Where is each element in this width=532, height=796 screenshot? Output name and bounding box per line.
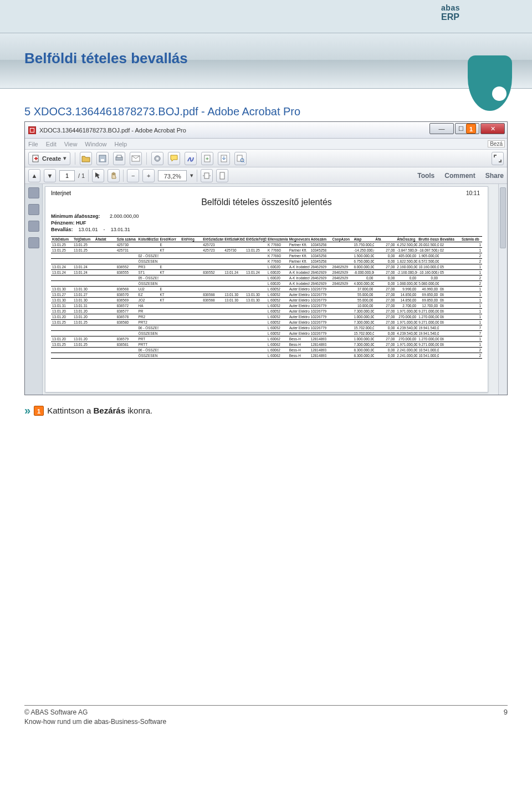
menubar: File Edit View Window Help Bezá: [25, 139, 507, 150]
table-row: 13.01.2013.01.20836577PRL 60052Auter Ele…: [51, 309, 482, 314]
zoom-display[interactable]: 73,2%: [158, 170, 187, 181]
page-extract-icon[interactable]: [218, 152, 230, 165]
thumbnails-icon[interactable]: [28, 187, 39, 198]
print-icon[interactable]: [113, 152, 125, 165]
tab-share[interactable]: Share: [485, 172, 504, 180]
report-title: Belföldi tételes összesítő jelentés: [51, 197, 482, 207]
menu-window[interactable]: Window: [85, 141, 106, 147]
tab-tools[interactable]: Tools: [417, 172, 434, 180]
page-number-input[interactable]: [59, 170, 75, 181]
table-header: ElőSzlaTeljDát: [245, 237, 267, 242]
beza-truncated[interactable]: Bezá: [488, 140, 505, 147]
create-button[interactable]: Create▾: [28, 152, 70, 165]
hand-icon[interactable]: [108, 169, 120, 182]
table-header: ElőSzlaSzám: [202, 237, 223, 242]
page-up-icon[interactable]: ▲: [28, 169, 40, 182]
page-search-icon[interactable]: [234, 152, 247, 165]
fullscreen-icon[interactable]: [492, 152, 504, 165]
title-band: Belföldi tételes bevallás: [0, 33, 532, 89]
side-rail: [25, 184, 43, 395]
table-row: 13.01.2513.01.25836581PRTTL 60062Bess-H1…: [51, 342, 482, 348]
zoom-in-icon[interactable]: +: [142, 169, 155, 182]
table-header: Adószám: [310, 237, 331, 242]
report-table: KibDátumTeljDátumÁfadátSzla számaKülsőBi…: [51, 236, 482, 359]
page-title: Belföldi tételes bevallás: [24, 50, 188, 67]
svg-rect-11: [237, 155, 242, 161]
report-time: 10:11: [466, 190, 480, 196]
minimize-button[interactable]: —: [429, 123, 454, 134]
attachments-icon[interactable]: [28, 221, 39, 232]
table-row: ÖSSZESENL 60052Auter Elektronikai1022677…: [51, 331, 482, 336]
svg-text:+: +: [206, 156, 209, 162]
save-icon[interactable]: [96, 152, 109, 165]
callout-marker: 1: [34, 406, 44, 416]
table-row: ÖSSZESENL 60020A-K Irodatechnikai2846292…: [51, 281, 482, 287]
menu-help[interactable]: Help: [114, 141, 127, 147]
secondary-toolbar: ▲ ▼ / 1 − + 73,2% ▾ Tools Comment Share: [25, 167, 507, 184]
vertical-scrollbar[interactable]: [498, 184, 507, 395]
table-row: 13.01.3013.01.30836569JO2KT83656813.01.3…: [51, 298, 482, 303]
abas-badge-icon: [468, 55, 512, 111]
section-label: 5 XDOC3.1364461878273.BOJ.pdf - Adobe Ac…: [24, 105, 508, 118]
instruction-line: » 1 Kattintson a Bezárás ikonra.: [24, 404, 508, 417]
table-row: ÖSSZESENK 77660Partner Kft.103452586.750…: [51, 259, 482, 264]
page-total: / 1: [78, 172, 85, 179]
page-footer: © ABAS Software AG Know-how rund um die …: [24, 708, 508, 727]
svg-rect-13: [204, 173, 209, 178]
chevron-icon: »: [24, 404, 30, 417]
table-row: 05 - ÖSSZESENL 60020A-K Irodatechnikai28…: [51, 275, 482, 281]
page-top-strip: abasERP: [0, 0, 532, 33]
window-titlebar: XDOC3.1364461878273.BOJ.pdf - Adobe Acro…: [25, 122, 507, 139]
maximize-button[interactable]: ☐1: [455, 123, 479, 134]
table-header: Számla db: [461, 237, 482, 242]
menu-file[interactable]: File: [28, 141, 38, 147]
menu-edit[interactable]: Edit: [46, 141, 57, 147]
footer-copyright: © ABAS Software AG: [24, 708, 166, 717]
abas-erp-logo: abasERP: [441, 3, 460, 22]
zoom-out-icon[interactable]: −: [127, 169, 139, 182]
svg-point-7: [156, 157, 158, 160]
svg-rect-14: [220, 172, 224, 179]
pdf-icon: [28, 126, 36, 134]
table-row: 06 - ÖSSZESENL 60062Bess-H128148938.300.…: [51, 348, 482, 353]
table-row: 13.01.2413.01.24836555ST1KT83655213.01.2…: [51, 270, 482, 275]
table-header: Elő/Vég: [180, 237, 202, 242]
fit-page-icon[interactable]: [216, 169, 228, 182]
close-button[interactable]: ✕: [480, 123, 505, 134]
bookmarks-icon[interactable]: [28, 204, 39, 215]
email-icon[interactable]: [130, 152, 142, 165]
pdf-page: Interjnet 10:11 Belföldi tételes összesí…: [45, 186, 488, 392]
table-row: 06 - ÖSSZESENL 60052Auter Elektronikai10…: [51, 325, 482, 331]
select-icon[interactable]: [92, 169, 104, 182]
table-header: CsopAzon: [331, 237, 353, 242]
svg-rect-2: [101, 159, 104, 161]
table-row: 13.01.2013.01.20836578PR2L 60052Auter El…: [51, 314, 482, 320]
page-add-icon[interactable]: +: [201, 152, 213, 165]
menu-view[interactable]: View: [64, 141, 78, 147]
table-header: KülsőBizSzám: [137, 237, 159, 242]
open-icon[interactable]: [80, 152, 92, 165]
page-down-icon[interactable]: ▼: [44, 169, 56, 182]
comment-icon[interactable]: [168, 152, 180, 165]
table-header: Áfadát: [94, 237, 116, 242]
tab-comment[interactable]: Comment: [444, 172, 475, 180]
table-header: ÁfaÖsszeg: [396, 237, 417, 242]
gear-icon[interactable]: [151, 152, 163, 165]
table-row: 02 - ÖSSZESENK 77660Partner Kft.10345258…: [51, 253, 482, 259]
svg-rect-4: [117, 155, 121, 157]
table-header: Ered/Korr: [158, 237, 180, 242]
table-row: 13.01.3013.01.30836568UJ2EL 60052Auter E…: [51, 287, 482, 292]
signatures-icon[interactable]: [28, 237, 39, 248]
page-number: 9: [504, 708, 508, 727]
table-header: Ellenszámla: [267, 237, 288, 242]
table-header: Áfa: [374, 237, 396, 242]
window-title: XDOC3.1364461878273.BOJ.pdf - Adobe Acro…: [39, 127, 186, 134]
table-row: 13.01.2513.01.25425731KT42572342573013.0…: [51, 248, 482, 253]
sign-icon[interactable]: [185, 152, 197, 165]
table-header: Szla száma: [116, 237, 137, 242]
fit-width-icon[interactable]: [201, 169, 213, 182]
report-meta: Minimum áfaösszeg: 2.000.000,00 Pénznem:…: [51, 213, 482, 233]
footer-rule: [24, 705, 508, 706]
table-row: 13.01.2513.01.25425730E425723K 77660Part…: [51, 242, 482, 248]
acrobat-window: XDOC3.1364461878273.BOJ.pdf - Adobe Acro…: [24, 121, 508, 395]
